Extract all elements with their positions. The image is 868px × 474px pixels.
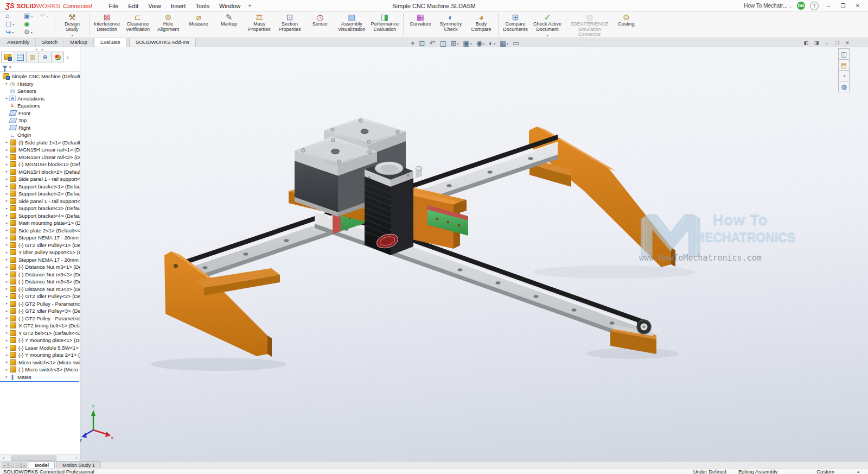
pin-icon[interactable]: ✦ (247, 3, 252, 9)
design-study-button[interactable]: ⚒DesignStudy▾ (57, 12, 87, 37)
tab-markup[interactable]: Markup (64, 38, 94, 47)
expander-icon[interactable]: ▸ (4, 353, 9, 357)
collapse-featuremanager-button[interactable]: ◧ (802, 39, 810, 46)
costing-button[interactable]: ⊜Costing (611, 12, 642, 37)
tree-item[interactable]: ▸(f) Side plate 1<1> (Default<<Defau (0, 139, 80, 147)
tree-item[interactable]: ▸(-) GT2 Pulley - Parametric<2> (GT2 (0, 300, 80, 308)
collapse-taskpane-button[interactable]: ◨ (812, 39, 821, 46)
zoom-to-area-button[interactable]: ⊡ (418, 39, 426, 48)
panel-tab-displaymanager[interactable] (51, 52, 64, 62)
expander-icon[interactable]: ▸ (4, 338, 9, 343)
menu-edit[interactable]: Edit (123, 1, 143, 11)
apply-scene-button[interactable]: ▦▾ (499, 39, 509, 48)
app-close-button[interactable]: ✕ (853, 2, 863, 10)
tree-item[interactable]: ▸MGN15H block<2> (Default<<Defa (0, 168, 80, 176)
expander-icon[interactable]: ▸ (4, 236, 9, 240)
expander-icon[interactable]: ▸ (4, 169, 9, 174)
symmetry-check-button[interactable]: ◐SymmetryCheck (436, 12, 466, 37)
section-view-button[interactable]: ◫ (438, 39, 447, 48)
tree-item[interactable]: ▸X GT2 timing belt<1> (Default<<De (0, 322, 80, 330)
expander-icon[interactable]: ▸ (4, 177, 9, 181)
appearances-scenes-button[interactable]: ◔ (838, 70, 850, 81)
avatar[interactable]: DN (797, 2, 805, 10)
scroll-left-icon[interactable]: ‹ (0, 456, 7, 460)
panel-tab-propertymanager[interactable] (14, 52, 27, 62)
expander-icon[interactable]: ▸ (4, 221, 9, 225)
qat-publish-button[interactable]: ↪▾ (4, 28, 23, 36)
tree-item[interactable]: ▸(-) Distance Nut m3<4> (Default<<[ (0, 286, 80, 293)
expander-icon[interactable]: ▸ (4, 265, 9, 269)
zoom-to-fit-button[interactable]: ⌖ (410, 39, 416, 48)
qat-home-button[interactable]: ⌂ (4, 12, 23, 20)
panel-tab-dimxpertmanager[interactable] (39, 52, 52, 62)
expander-icon[interactable]: ▸ (4, 184, 9, 188)
expander-icon[interactable]: ▸ (4, 148, 9, 152)
panel-tab-configurationmanager[interactable] (26, 52, 39, 62)
menu-file[interactable]: File (104, 1, 123, 11)
tree-item[interactable]: Origin (0, 131, 80, 139)
3dexperience-marketplace-button[interactable]: ◍ (838, 81, 850, 92)
expander-icon[interactable]: ▸ (4, 316, 9, 320)
expander-icon[interactable]: ▸ (4, 192, 9, 196)
graphics-viewport[interactable]: Y X Z How To MECHATRONICS www.HowToMecha… (80, 47, 868, 461)
panel-tabs-expand-button[interactable]: › (64, 52, 72, 63)
qat-undo-button[interactable]: ↶▾ (39, 12, 52, 20)
view-orientation-button[interactable]: ⊞▾ (449, 39, 459, 48)
3dexperience-panel-button[interactable]: ◫ (838, 48, 850, 60)
expander-icon[interactable]: ▸ (4, 96, 9, 100)
tree-item[interactable]: ▸(-) Micro switch<3> (Micro switch< (0, 366, 80, 374)
qat-options-button[interactable]: ⚙▾ (23, 28, 39, 36)
tree-item[interactable]: ▸(-) GT2 Idler Pulley<3> (Default<<D (0, 307, 80, 315)
expander-icon[interactable]: ▸ (4, 228, 9, 232)
body-compare-button[interactable]: ◕BodyCompare (466, 12, 496, 37)
tree-item[interactable]: ▸MGN15H Linear rail<1> (Default<<D (0, 146, 80, 154)
markup-button[interactable]: ✎Markup (214, 12, 244, 37)
status-custom-scale[interactable]: Custom (816, 469, 834, 474)
tab-assembly[interactable]: Assembly (1, 38, 36, 47)
view-settings-button[interactable]: ▭ (512, 39, 520, 48)
tree-item[interactable]: ▸(-) Distance Nut m3<3> (Default<<[ (0, 278, 80, 286)
tree-item[interactable]: ▸Y idler pulley support<1> (Default< (0, 249, 80, 256)
tree-item[interactable]: ▸(-) Distance Nut m3<1> (Default<<[ (0, 263, 80, 271)
profile-dropdown[interactable]: How To Mechatr...⌄ (744, 3, 792, 9)
tree-item[interactable]: ▸History (0, 80, 80, 88)
expander-icon[interactable]: ▸ (4, 206, 9, 211)
3dexperience-simulation-connector-button[interactable]: ◍3DEXPERIENCESimulationConnector (568, 12, 611, 37)
section-properties-button[interactable]: ⊡SectionProperties (275, 12, 305, 37)
tree-item[interactable]: ▸Annotations (0, 95, 80, 103)
interference-detection-button[interactable]: ⊠InterferenceDetection (91, 12, 123, 37)
design-library-button[interactable]: ▤ (838, 59, 850, 71)
expander-icon[interactable]: ▸ (4, 280, 9, 284)
sensor-button[interactable]: ◷Sensor (305, 12, 335, 37)
expander-icon[interactable]: ▸ (4, 294, 9, 299)
model-tabs-scroll-last[interactable]: » (21, 463, 27, 468)
menu-view[interactable]: View (143, 1, 166, 11)
panel-splitter-handle[interactable]: ● ● (0, 47, 80, 52)
expander-icon[interactable]: ▸ (4, 360, 9, 364)
curvature-button[interactable]: ▦Curvature (405, 12, 436, 37)
expander-icon[interactable]: ▸ (4, 368, 9, 372)
expander-icon[interactable]: ▸ (4, 345, 9, 350)
tree-item[interactable]: ▸Support bracket<2> (Default<<Defa (0, 190, 80, 198)
tree-item[interactable]: ▸(-) GT2 Pulley - Parametric<3> (GT2 (0, 315, 80, 323)
menu-tools[interactable]: Tools (190, 1, 214, 11)
tree-item[interactable]: ▸Side plate 2<1> (Default<<Default> (0, 227, 80, 235)
status-statusbar-expand[interactable]: ▴ (857, 469, 859, 474)
measure-button[interactable]: ⌀Measure (183, 12, 214, 37)
tree-item[interactable]: ▸Side panel 1 - rail support<2> (Defa (0, 198, 80, 205)
window-restore-button[interactable]: ❐ (833, 39, 841, 46)
tree-item[interactable]: Simple CNC Machine (Default<Default_ (0, 73, 80, 80)
compare-documents-button[interactable]: ⊞CompareDocuments (500, 12, 531, 37)
app-restore-button[interactable]: ❐ (838, 2, 848, 10)
expander-icon[interactable]: ▸ (4, 301, 9, 306)
tree-item[interactable]: ▸(-) Distance Nut m3<2> (Default<<[ (0, 271, 80, 279)
expander-icon[interactable]: ▸ (4, 309, 9, 313)
tree-item[interactable]: ▸Main mounting plate<1> (Default< (0, 219, 80, 227)
expander-icon[interactable]: ▸ (4, 213, 9, 218)
hide-show-items-button[interactable]: ◉▾ (475, 39, 486, 48)
tree-item[interactable]: ▸Micro switch<1> (Micro switch<<D (0, 359, 80, 366)
app-minimize-button[interactable]: – (824, 2, 833, 10)
expander-icon[interactable]: ▸ (4, 162, 9, 167)
expander-icon[interactable]: ▸ (4, 243, 9, 247)
window-minimize-button[interactable]: – (822, 39, 831, 46)
